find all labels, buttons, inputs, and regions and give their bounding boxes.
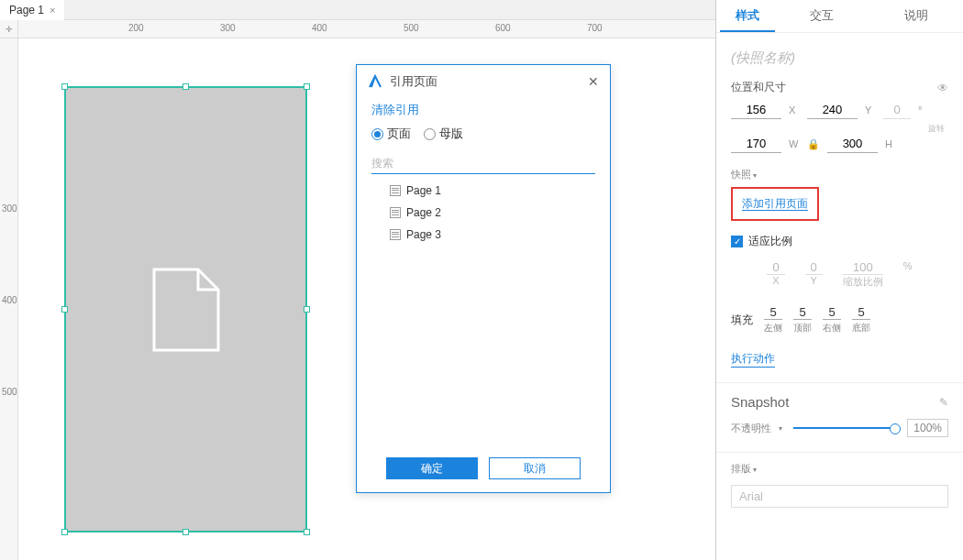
page-icon [390,185,401,196]
add-reference-link[interactable]: 添加引用页面 [742,197,808,211]
snapshot-section[interactable]: 快照 [731,168,948,181]
widget-name-input[interactable]: (快照名称) [731,49,948,67]
list-item[interactable]: Page 2 [371,202,595,224]
resize-handle[interactable] [304,529,310,535]
page-tab-label: Page 1 [9,0,44,20]
dialog-title-text: 引用页面 [390,73,437,90]
tab-style[interactable]: 样式 [720,0,775,32]
search-input[interactable] [371,153,595,174]
file-icon [150,266,222,354]
height-input[interactable] [827,135,878,153]
ruler-origin-icon[interactable]: ✛ [0,20,18,38]
page-list: Page 1 Page 2 Page 3 [371,180,595,246]
fit-checkbox-row[interactable]: ✓ 适应比例 [731,234,948,249]
axure-logo-icon [368,74,382,89]
opacity-input[interactable]: 100% [907,419,948,437]
lock-aspect-icon[interactable]: 🔒 [807,138,820,150]
page-tab[interactable]: Page 1 × [0,0,64,20]
pad-bottom-input[interactable]: 5 [852,305,870,320]
radio-icon [424,128,436,140]
page-icon [390,207,401,218]
resize-handle[interactable] [61,529,68,535]
radio-master[interactable]: 母版 [424,126,463,142]
clear-reference-link[interactable]: 清除引用 [371,103,419,116]
pad-right-input[interactable]: 5 [823,305,841,320]
snapshot-widget[interactable] [64,86,307,533]
reference-page-dialog: 引用页面 ✕ 清除引用 页面 母版 Page 1 Page 2 Page 3 确… [356,64,611,493]
padding-label: 填充 [731,313,753,328]
close-icon[interactable]: × [50,0,55,20]
highlight-box: 添加引用页面 [731,187,819,221]
inspector-panel: 样式 交互 说明 (快照名称) 位置和尺寸👁 X Y ° 旋转 W 🔒 H 快照… [715,0,963,560]
dialog-titlebar[interactable]: 引用页面 ✕ [357,65,610,98]
pad-left-input[interactable]: 5 [764,305,782,320]
close-icon[interactable]: ✕ [588,74,599,89]
checkbox-icon: ✓ [731,236,743,247]
ruler-vertical: 300 400 500 [0,38,18,560]
resize-handle[interactable] [304,306,310,313]
pad-top-input[interactable]: 5 [793,305,812,320]
snapshot-style-label: Snapshot [731,394,789,410]
section-position: 位置和尺寸 [731,80,786,95]
rotation-input[interactable] [883,101,911,119]
radio-icon [371,128,383,140]
font-select[interactable]: Arial [731,485,948,508]
visibility-icon[interactable]: 👁 [937,82,948,94]
x-input[interactable] [731,101,781,119]
list-item[interactable]: Page 3 [371,224,595,246]
y-input[interactable] [807,101,858,119]
page-icon [390,229,401,240]
chevron-down-icon[interactable]: ▾ [779,424,782,433]
cancel-button[interactable]: 取消 [489,457,581,479]
list-item[interactable]: Page 1 [371,180,595,202]
width-input[interactable] [731,135,781,153]
resize-handle[interactable] [304,83,310,90]
resize-handle[interactable] [61,83,68,90]
resize-handle[interactable] [183,529,189,535]
edit-icon[interactable]: ✎ [939,396,948,409]
panel-tabs: 样式 交互 说明 [716,0,963,33]
tab-interactions[interactable]: 交互 [775,0,869,32]
ruler-horizontal: 200 300 400 500 600 700 [18,20,715,38]
typography-section[interactable]: 排版 [731,462,948,476]
tab-notes[interactable]: 说明 [869,0,964,32]
execute-action-link[interactable]: 执行动作 [731,351,775,368]
resize-handle[interactable] [61,306,68,313]
resize-handle[interactable] [183,83,189,90]
opacity-slider[interactable] [793,427,896,429]
radio-page[interactable]: 页面 [371,126,411,142]
ok-button[interactable]: 确定 [386,457,478,479]
